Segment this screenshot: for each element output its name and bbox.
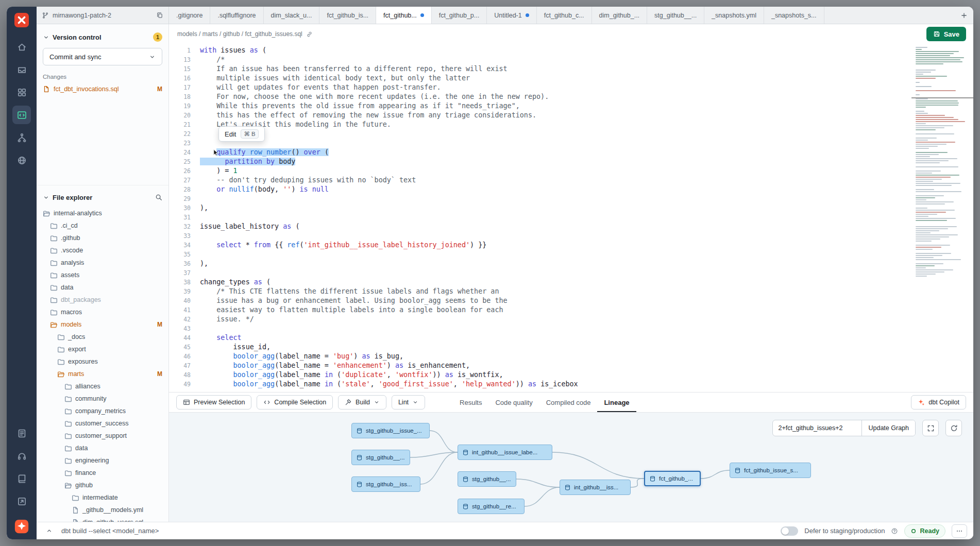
commit-and-sync-dropdown[interactable]: Commit and sync (43, 48, 162, 65)
tree-item-assets[interactable]: assets (37, 269, 168, 281)
code-line-24[interactable]: 24 qualify row_number() over ( (169, 148, 973, 157)
lineage-node-stg-github[interactable]: stg_github__... (458, 471, 516, 487)
code-line-48[interactable]: 48 boolor_agg(label_name in ('duplicate'… (169, 370, 973, 380)
save-button[interactable]: Save (926, 27, 966, 41)
tree-item-github[interactable]: .github (37, 232, 168, 244)
build-button[interactable]: Build (338, 395, 386, 410)
tree-item-vscode[interactable]: .vscode (37, 244, 168, 257)
tree-item-github-models-yml[interactable]: _github__models.yml (37, 504, 168, 516)
tab-snapshots-yml[interactable]: _snapshots.yml (704, 7, 764, 24)
lineage-node-stg-github-re[interactable]: stg_github__re... (458, 499, 525, 514)
code-line-40[interactable]: 40 issue has a bug or enhancement label.… (169, 296, 973, 305)
code-line-39[interactable]: 39 /* This CTE flattens the different is… (169, 287, 973, 296)
code-line-33[interactable]: 33 (169, 231, 973, 241)
lint-button[interactable]: Lint (392, 395, 425, 410)
code-line-27[interactable]: 27 -- don't try deduping issues with no … (169, 176, 973, 185)
tree-item-company-metrics[interactable]: company_metrics (37, 405, 168, 417)
tree-item-customer-success[interactable]: customer_success (37, 417, 168, 430)
breadcrumb[interactable]: models / marts / github / fct_github_iss… (177, 30, 302, 38)
lineage-node-stg-github[interactable]: stg_github__... (351, 450, 410, 465)
tree-item-engineering[interactable]: engineering (37, 454, 168, 467)
rail-item-nav-support[interactable] (12, 447, 31, 465)
compile-selection-button[interactable]: Compile Selection (257, 395, 333, 410)
code-line-28[interactable]: 28 or nullif(body, '') is null (169, 185, 973, 194)
code-line-26[interactable]: 26 ) = 1 (169, 166, 973, 176)
preview-selection-button[interactable]: Preview Selection (176, 395, 251, 410)
file-explorer-header[interactable]: File explorer (37, 191, 168, 204)
code-line-37[interactable]: 37 (169, 268, 973, 278)
rail-item-nav-inbox[interactable] (12, 60, 31, 79)
rail-item-nav-catalog[interactable] (12, 424, 31, 442)
tree-item-intermediate[interactable]: intermediate (37, 491, 168, 504)
lineage-node-stg-github-issue[interactable]: stg_github__issue_... (351, 423, 430, 438)
more-options-button[interactable] (952, 524, 967, 538)
code-line-32[interactable]: 32issue_label_history as ( (169, 222, 973, 231)
lineage-node-fct-github[interactable]: fct_github_... (644, 471, 701, 486)
code-line-18[interactable]: 18 For now, choose the one with more rec… (169, 92, 973, 101)
code-line-17[interactable]: 17 will get updates for events that happ… (169, 83, 973, 92)
refresh-button[interactable] (945, 420, 962, 436)
rail-item-nav-orchestration[interactable] (12, 128, 31, 147)
tab-dim-slack-u[interactable]: dim_slack_u... (264, 7, 320, 24)
tab-untitled-1[interactable]: Untitled-1 (487, 7, 537, 24)
rail-item-nav-environments[interactable] (12, 151, 31, 169)
code-line-42[interactable]: 42 issue. */ (169, 315, 973, 324)
tab-fct-github-c[interactable]: fct_github_c... (537, 7, 592, 24)
collapse-panel-button[interactable] (43, 525, 55, 537)
tab-snapshots-s[interactable]: _snapshots_s... (764, 7, 824, 24)
tree-item-community[interactable]: community (37, 393, 168, 405)
code-line-1[interactable]: 1with issues as ( (169, 46, 973, 55)
code-line-29[interactable]: 29 (169, 194, 973, 203)
panel-tab-compiled-code[interactable]: Compiled code (539, 393, 598, 412)
tree-item-docs[interactable]: _docs (37, 331, 168, 343)
code-line-34[interactable]: 34 select * from {{ ref('int_github__iss… (169, 241, 973, 250)
tree-item-alliances[interactable]: alliances (37, 380, 168, 393)
code-line-13[interactable]: 13 /* (169, 55, 973, 64)
lineage-node-fct-github-issue-s[interactable]: fct_github_issue_s... (730, 463, 811, 478)
new-tab-button[interactable] (955, 7, 973, 24)
edit-tooltip[interactable]: Edit ⌘ B (218, 126, 265, 142)
fullscreen-button[interactable] (922, 420, 939, 436)
help-icon[interactable] (891, 527, 898, 535)
code-line-36[interactable]: 36), (169, 259, 973, 268)
rail-item-nav-docs[interactable] (12, 469, 31, 488)
update-graph-button[interactable]: Update Graph (861, 420, 915, 436)
lineage-search-input[interactable] (773, 420, 861, 436)
rail-item-nav-home[interactable] (12, 38, 31, 56)
code-line-38[interactable]: 38change_types as ( (169, 278, 973, 287)
panel-tab-lineage[interactable]: Lineage (597, 393, 636, 412)
lineage-canvas[interactable]: stg_github__issue_...stg_github__...stg_… (169, 413, 973, 522)
code-line-41[interactable]: 41 easiest way to flatten multiple label… (169, 305, 973, 315)
panel-tab-code-quality[interactable]: Code quality (488, 393, 539, 412)
copy-branch-icon[interactable] (156, 12, 163, 19)
tab-fct-github-p[interactable]: fct_github_p... (432, 7, 487, 24)
tree-item-customer-support[interactable]: customer_support (37, 430, 168, 442)
code-editor[interactable]: 1with issues as (13 /*15 If an issue has… (169, 44, 973, 392)
code-line-21[interactable]: 21 Let's revisit this modeling in the fu… (169, 120, 973, 129)
tree-item-internal-analytics[interactable]: internal-analytics (37, 207, 168, 219)
code-line-47[interactable]: 47 boolor_agg(label_name = 'enhancement'… (169, 361, 973, 370)
code-line-31[interactable]: 31 (169, 213, 973, 222)
code-line-43[interactable]: 43 (169, 324, 973, 333)
tab-fct-github[interactable]: fct_github... (376, 7, 432, 24)
tree-item-data[interactable]: data (37, 281, 168, 294)
code-line-15[interactable]: 15 If an issue has been transferred to a… (169, 64, 973, 74)
minimap[interactable] (916, 47, 969, 278)
code-line-25[interactable]: 25 partition by body (169, 157, 973, 166)
code-line-44[interactable]: 44 select (169, 333, 973, 343)
tree-item-github[interactable]: github (37, 479, 168, 491)
code-line-19[interactable]: 19 While this prevents the old issue fro… (169, 101, 973, 111)
tab-fct-github-is[interactable]: fct_github_is... (319, 7, 376, 24)
branch-indicator[interactable]: mirnawong1-patch-2 (37, 7, 169, 24)
tab-sqlfluffignore[interactable]: .sqlfluffignore (210, 7, 263, 24)
code-line-45[interactable]: 45 issue_id, (169, 343, 973, 352)
changed-file-fct-dbt-invocations-sql[interactable]: fct_dbt_invocations.sqlM (37, 83, 168, 95)
tree-item-dim-github-users-sql[interactable]: dim_github_users.sql (37, 516, 168, 522)
code-line-46[interactable]: 46 boolor_agg(label_name = 'bug') as is_… (169, 352, 973, 361)
tab-gitignore[interactable]: .gitignore (169, 7, 210, 24)
panel-tab-results[interactable]: Results (453, 393, 488, 412)
rail-item-nav-develop[interactable] (12, 106, 31, 124)
code-line-16[interactable]: 16 multiple issues with identical body t… (169, 74, 973, 83)
code-line-30[interactable]: 30), (169, 203, 973, 213)
tree-item-macros[interactable]: macros (37, 306, 168, 318)
